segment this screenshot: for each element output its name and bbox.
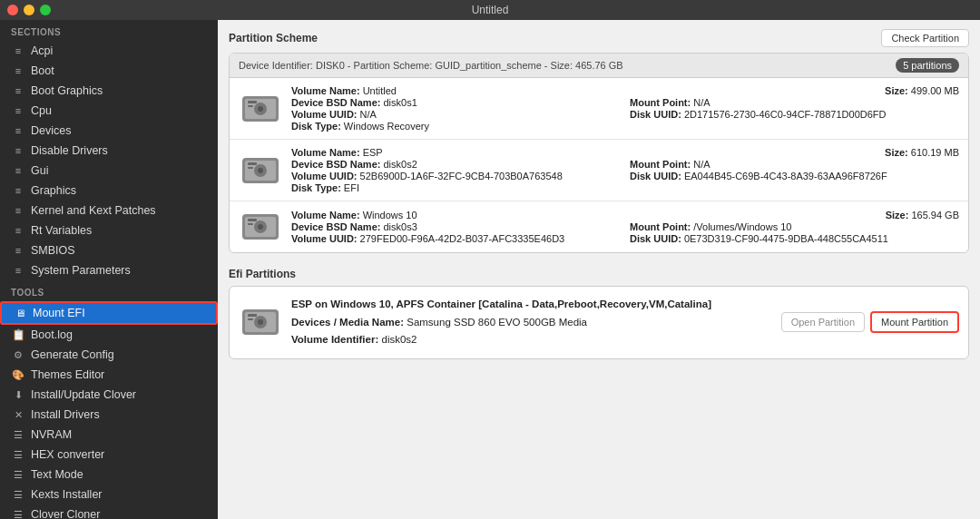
sidebar-item-label: HEX converter — [31, 448, 104, 461]
svg-rect-11 — [248, 167, 253, 169]
vol-mount-1: Mount Point: N/A — [630, 97, 959, 108]
sidebar-item-mount-efi[interactable]: 🖥 Mount EFI — [0, 301, 218, 325]
hdd-svg-3 — [240, 211, 280, 243]
efi-buttons: Open Partition Mount Partition — [781, 311, 959, 333]
sidebar-item-label: Cpu — [31, 104, 52, 117]
efi-hdd-icon — [239, 304, 282, 340]
partitions-badge: 5 partitions — [896, 58, 959, 73]
vol-bsd-3: Device BSD Name: disk0s3 — [291, 221, 621, 232]
minimize-button[interactable] — [24, 5, 34, 15]
sidebar-item-label: Text Mode — [31, 468, 83, 481]
vol-bsd-2: Device BSD Name: disk0s2 — [291, 159, 621, 170]
sidebar-item-boot-log[interactable]: 📋 Boot.log — [0, 325, 218, 345]
titlebar: Untitled — [0, 0, 980, 20]
sidebar-item-label: NVRAM — [31, 428, 72, 441]
window-title: Untitled — [472, 4, 509, 16]
list-icon: ☰ — [11, 449, 25, 461]
vol-disk-uuid-1: Disk UUID: 2D171576-2730-46C0-94CF-78871… — [630, 109, 959, 120]
hdd-icon-1 — [239, 91, 282, 127]
sidebar-item-generate-config[interactable]: ⚙ Generate Config — [0, 345, 218, 365]
sidebar-item-label: SMBIOS — [31, 244, 75, 257]
sidebar-item-label: Kernel and Kext Patches — [31, 204, 156, 217]
vol-size-3: Size: 165.94 GB — [630, 210, 959, 220]
sidebar-item-label: Acpi — [31, 44, 53, 57]
efi-box: ESP on Windows 10, APFS Container [Catal… — [229, 286, 969, 359]
vol-mount-3: Mount Point: /Volumes/Windows 10 — [630, 221, 959, 232]
efi-hdd-svg — [240, 306, 280, 338]
sidebar-item-label: Kexts Installer — [31, 488, 103, 501]
list-icon: ☰ — [11, 469, 25, 481]
sidebar-item-themes-editor[interactable]: 🎨 Themes Editor — [0, 365, 218, 385]
svg-rect-23 — [248, 318, 253, 320]
list-icon: ≡ — [11, 145, 25, 156]
list-icon: ≡ — [11, 185, 25, 196]
efi-details: ESP on Windows 10, APFS Container [Catal… — [291, 296, 772, 349]
vol-disk-type-2: Disk Type: EFI — [291, 182, 959, 193]
sidebar-item-smbios[interactable]: ≡ SMBIOS — [0, 240, 218, 260]
list-icon: ☰ — [11, 429, 25, 441]
content-area: Partition Scheme Check Partition Device … — [218, 20, 980, 519]
svg-point-9 — [258, 168, 263, 173]
list-icon: ≡ — [11, 85, 25, 96]
vol-disk-uuid-3: Disk UUID: 0E73D319-CF90-4475-9DBA-448C5… — [630, 233, 959, 244]
sidebar-item-label: Boot — [31, 64, 54, 77]
sidebar-item-label: Boot.log — [31, 328, 73, 341]
sidebar-item-system-parameters[interactable]: ≡ System Parameters — [0, 260, 218, 280]
sidebar-item-gui[interactable]: ≡ Gui — [0, 161, 218, 181]
gear-icon: ⚙ — [11, 349, 25, 361]
sidebar-item-label: Clover Cloner — [31, 508, 100, 519]
volume-entry-2: Volume Name: ESP Size: 610.19 MB Device … — [230, 140, 968, 201]
list-icon: ☰ — [11, 489, 25, 501]
sidebar-item-install-update-clover[interactable]: ⬇ Install/Update Clover — [0, 385, 218, 405]
sidebar-item-devices[interactable]: ≡ Devices — [0, 121, 218, 141]
sidebar-item-text-mode[interactable]: ☰ Text Mode — [0, 465, 218, 485]
maximize-button[interactable] — [40, 5, 51, 15]
download-icon: ⬇ — [11, 389, 25, 401]
vol-uuid-2: Volume UUID: 52B6900D-1A6F-32FC-9CB4-703… — [291, 171, 621, 181]
svg-rect-17 — [248, 223, 253, 225]
sidebar-item-hex-converter[interactable]: ☰ HEX converter — [0, 445, 218, 465]
sidebar-item-label: Mount EFI — [33, 307, 85, 319]
sidebar-item-clover-cloner[interactable]: ☰ Clover Cloner — [0, 504, 218, 519]
sidebar-item-disable-drivers[interactable]: ≡ Disable Drivers — [0, 141, 218, 161]
sidebar-item-kexts-installer[interactable]: ☰ Kexts Installer — [0, 485, 218, 504]
tools-label: TOOLS — [0, 280, 218, 301]
hdd-svg — [240, 93, 280, 125]
list-icon: ≡ — [11, 165, 25, 176]
efi-entry-name: ESP on Windows 10, APFS Container [Catal… — [291, 296, 772, 314]
sidebar-item-graphics[interactable]: ≡ Graphics — [0, 181, 218, 201]
list-icon: ≡ — [11, 105, 25, 116]
sidebar-item-acpi[interactable]: ≡ Acpi — [0, 41, 218, 61]
close-button[interactable] — [7, 5, 18, 15]
list-icon: ≡ — [11, 265, 25, 276]
paint-icon: 🎨 — [11, 369, 25, 381]
list-icon: ≡ — [11, 45, 25, 56]
sidebar-item-boot[interactable]: ≡ Boot — [0, 61, 218, 81]
vol-uuid-3: Volume UUID: 279FED00-F96A-42D2-B037-AFC… — [291, 233, 621, 244]
sidebar-item-nvram[interactable]: ☰ NVRAM — [0, 425, 218, 445]
efi-section: Efi Partitions ESP on Windows 10, APFS C… — [218, 259, 980, 519]
vol-name-3: Volume Name: Windows 10 — [291, 210, 621, 220]
main-layout: SECTIONS ≡ Acpi ≡ Boot ≡ Boot Graphics ≡… — [0, 20, 980, 519]
volume-entry-1: Volume Name: Untitled Size: 499.00 MB De… — [230, 78, 968, 140]
window-controls — [7, 5, 51, 15]
svg-rect-5 — [248, 105, 253, 107]
vol-disk-type-1: Disk Type: Windows Recovery — [291, 121, 959, 132]
sidebar-item-install-drivers[interactable]: ✕ Install Drivers — [0, 405, 218, 425]
check-partition-button[interactable]: Check Partition — [881, 29, 969, 47]
volume-details-3: Volume Name: Windows 10 Size: 165.94 GB … — [291, 210, 959, 244]
sidebar-item-boot-graphics[interactable]: ≡ Boot Graphics — [0, 81, 218, 101]
monitor-icon: 🖥 — [13, 308, 27, 318]
vol-name-2: Volume Name: ESP — [291, 147, 621, 158]
vol-uuid-1: Volume UUID: N/A — [291, 109, 621, 120]
mount-partition-button[interactable]: Mount Partition — [870, 311, 959, 333]
open-partition-button[interactable]: Open Partition — [781, 312, 865, 332]
sidebar-item-kernel-kext[interactable]: ≡ Kernel and Kext Patches — [0, 201, 218, 220]
sidebar-item-rt-variables[interactable]: ≡ Rt Variables — [0, 220, 218, 240]
svg-rect-10 — [248, 162, 257, 165]
sidebar-item-cpu[interactable]: ≡ Cpu — [0, 101, 218, 121]
sidebar-item-label: System Parameters — [31, 264, 131, 277]
partition-scheme-title: Partition Scheme — [229, 32, 318, 44]
hdd-icon-2 — [239, 152, 282, 189]
list-icon: ≡ — [11, 245, 25, 256]
